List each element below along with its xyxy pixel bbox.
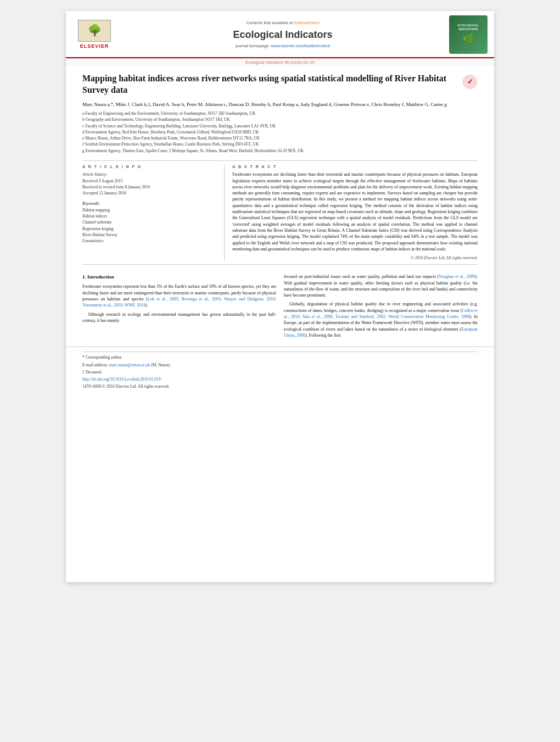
affiliation-b: b Geography and Environment, University … — [82, 116, 478, 122]
journal-logo-box: ECOLOGICAL INDICATORS 🌿 — [449, 15, 488, 54]
abstract-label: A B S T R A C T — [232, 164, 478, 169]
keyword-list: Habitat mapping Habitat indices Channel … — [82, 207, 216, 244]
homepage-link: journal homepage: www.elsevier.com/locat… — [122, 43, 444, 49]
divider-1 — [82, 160, 478, 161]
article-info-column: A R T I C L E I N F O Article history: R… — [82, 164, 225, 261]
homepage-url[interactable]: www.elsevier.com/locate/ecolind — [271, 43, 330, 48]
footer-divider — [82, 352, 478, 352]
affiliation-g: g Environment Agency, Thames East, Apoll… — [82, 148, 478, 154]
elsevier-logo: 🌳 ELSEVIER — [72, 20, 116, 49]
keyword-6: Geostatistics — [82, 238, 216, 244]
keyword-2: Habitat indices — [82, 213, 216, 219]
authors-text: Marc Naura a,*, Mike J. Clark b,1, David… — [82, 102, 447, 107]
page-footer: * Corresponding author. E-mail address: … — [66, 347, 494, 395]
contents-available: Contents lists available at ScienceDirec… — [122, 20, 444, 26]
svg-text:✓: ✓ — [467, 77, 473, 86]
divider-2 — [82, 264, 478, 265]
keyword-3: Channel substrate — [82, 219, 216, 225]
intro-para-3: focused on post-industrial issues such a… — [284, 274, 478, 298]
abstract-column: A B S T R A C T Freshwater ecosystems ar… — [225, 164, 478, 261]
affiliation-f: f Scottish Environment Protection Agency… — [82, 141, 478, 147]
affiliation-c: c Faculty of Science and Technology, Eng… — [82, 123, 478, 129]
journal-header: 🌳 ELSEVIER Contents lists available at S… — [66, 11, 494, 58]
affiliation-a: a Faculty of Engineering and the Environ… — [82, 110, 478, 116]
sciencedirect-link[interactable]: ScienceDirect — [294, 20, 319, 25]
email-link[interactable]: marc.naura@soton.ac.uk — [109, 362, 150, 367]
article-info-abstract: A R T I C L E I N F O Article history: R… — [66, 164, 494, 261]
issn-line: 1470-160X/© 2016 Elsevier Ltd. All right… — [82, 383, 478, 389]
keyword-5: River Habitat Survey — [82, 232, 216, 238]
doi-bar: Ecological Indicators 66 (2016) 20–29 — [66, 58, 494, 66]
revised-date: Received in revised form 8 January 2016 — [82, 184, 216, 190]
intro-para-2: Although research in ecology and environ… — [82, 311, 276, 324]
journal-name-header: Ecological Indicators — [122, 28, 444, 41]
abstract-text: Freshwater ecosystems are declining fast… — [232, 171, 478, 252]
article-info-label: A R T I C L E I N F O — [82, 164, 216, 169]
authors-line: Marc Naura a,*, Mike J. Clark b,1, David… — [82, 101, 478, 108]
email-footnote: E-mail address: marc.naura@soton.ac.uk (… — [82, 362, 478, 368]
keyword-4: Regression kriging — [82, 226, 216, 232]
copyright-line: © 2016 Elsevier Ltd. All rights reserved… — [232, 255, 478, 261]
journal-center: Contents lists available at ScienceDirec… — [116, 20, 449, 49]
body-col-left: 1. Introduction Freshwater ecosystems re… — [82, 274, 276, 341]
article-history: Article history: Received 3 August 2015 … — [82, 171, 216, 196]
crossmark-icon: ✓ — [462, 74, 478, 90]
received-date: Received 3 August 2015 — [82, 178, 216, 184]
elsevier-tree-icon: 🌳 — [78, 20, 111, 42]
body-section: 1. Introduction Freshwater ecosystems re… — [66, 268, 494, 341]
corresponding-author-note: * Corresponding author. — [82, 354, 478, 360]
authors-section: Marc Naura a,*, Mike J. Clark b,1, David… — [66, 101, 494, 157]
affiliation-d: d Environment Agency, Red Kite House, Ho… — [82, 129, 478, 135]
deceased-footnote: 1 Deceased. — [82, 369, 478, 375]
intro-para-4: Globally, degradation of physical habita… — [284, 301, 478, 338]
intro-para-1: Freshwater ecosystems represent less tha… — [82, 283, 276, 308]
doi-link[interactable]: http://dx.doi.org/10.1016/j.ecolind.2016… — [82, 377, 161, 382]
keyword-1: Habitat mapping — [82, 207, 216, 213]
article-page: 🌳 ELSEVIER Contents lists available at S… — [66, 11, 494, 582]
affiliation-e: e Mance House, Arthur Drive, Hoo Farm In… — [82, 135, 478, 141]
title-section: Mapping habitat indices across river net… — [66, 66, 494, 101]
body-col-right: focused on post-industrial issues such a… — [284, 274, 478, 341]
affiliations: a Faculty of Engineering and the Environ… — [82, 110, 478, 154]
doi-footnote: http://dx.doi.org/10.1016/j.ecolind.2016… — [82, 376, 478, 382]
section-heading: 1. Introduction — [82, 274, 276, 281]
accepted-date: Accepted 12 January 2016 — [82, 190, 216, 196]
keywords-block: Keywords: Habitat mapping Habitat indice… — [82, 200, 216, 244]
article-title: Mapping habitat indices across river net… — [82, 73, 457, 96]
elsevier-label: ELSEVIER — [80, 43, 109, 49]
